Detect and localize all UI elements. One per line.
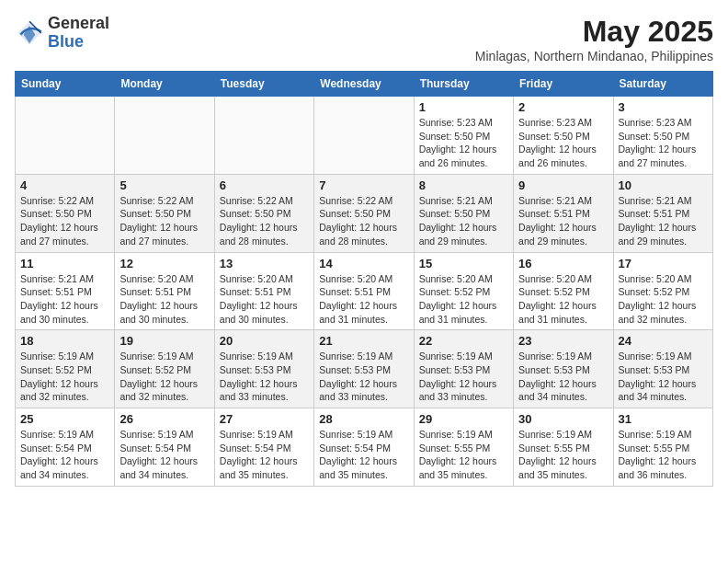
week-row-5: 25Sunrise: 5:19 AM Sunset: 5:54 PM Dayli… (16, 408, 713, 487)
day-detail: Sunrise: 5:19 AM Sunset: 5:53 PM Dayligh… (419, 350, 508, 404)
day-detail: Sunrise: 5:21 AM Sunset: 5:51 PM Dayligh… (518, 194, 608, 248)
day-detail: Sunrise: 5:22 AM Sunset: 5:50 PM Dayligh… (319, 194, 408, 248)
day-number: 31 (619, 412, 708, 426)
day-cell: 14Sunrise: 5:20 AM Sunset: 5:51 PM Dayli… (314, 252, 414, 330)
day-cell: 27Sunrise: 5:19 AM Sunset: 5:54 PM Dayli… (214, 408, 313, 487)
day-number: 23 (518, 334, 608, 348)
day-cell: 31Sunrise: 5:19 AM Sunset: 5:55 PM Dayli… (613, 408, 712, 487)
day-cell: 8Sunrise: 5:21 AM Sunset: 5:50 PM Daylig… (414, 174, 513, 252)
day-number: 17 (619, 257, 708, 270)
day-cell (214, 97, 313, 175)
day-number: 16 (518, 257, 608, 270)
day-number: 10 (619, 178, 708, 192)
day-number: 11 (20, 257, 109, 270)
page-header: General Blue May 2025 Minlagas, Northern… (15, 15, 713, 63)
title-block: May 2025 Minlagas, Northern Mindanao, Ph… (475, 15, 713, 63)
day-detail: Sunrise: 5:21 AM Sunset: 5:51 PM Dayligh… (619, 194, 708, 248)
day-detail: Sunrise: 5:19 AM Sunset: 5:55 PM Dayligh… (419, 428, 508, 482)
day-cell: 3Sunrise: 5:23 AM Sunset: 5:50 PM Daylig… (613, 97, 712, 175)
weekday-header-tuesday: Tuesday (214, 72, 313, 97)
logo-icon (15, 18, 44, 48)
day-detail: Sunrise: 5:19 AM Sunset: 5:54 PM Dayligh… (20, 428, 109, 482)
day-cell (314, 97, 414, 175)
day-detail: Sunrise: 5:23 AM Sunset: 5:50 PM Dayligh… (518, 116, 608, 170)
day-cell: 17Sunrise: 5:20 AM Sunset: 5:52 PM Dayli… (613, 252, 712, 330)
weekday-header-friday: Friday (514, 72, 613, 97)
day-detail: Sunrise: 5:19 AM Sunset: 5:53 PM Dayligh… (619, 350, 708, 404)
day-number: 28 (319, 412, 408, 426)
week-row-2: 4Sunrise: 5:22 AM Sunset: 5:50 PM Daylig… (16, 174, 713, 252)
day-cell: 21Sunrise: 5:19 AM Sunset: 5:53 PM Dayli… (314, 330, 414, 408)
logo-text: General Blue (48, 15, 109, 52)
day-cell: 10Sunrise: 5:21 AM Sunset: 5:51 PM Dayli… (613, 174, 712, 252)
day-detail: Sunrise: 5:20 AM Sunset: 5:52 PM Dayligh… (419, 272, 508, 327)
day-cell: 25Sunrise: 5:19 AM Sunset: 5:54 PM Dayli… (16, 408, 115, 487)
day-cell: 16Sunrise: 5:20 AM Sunset: 5:52 PM Dayli… (514, 252, 613, 330)
day-detail: Sunrise: 5:20 AM Sunset: 5:52 PM Dayligh… (619, 272, 708, 327)
day-detail: Sunrise: 5:21 AM Sunset: 5:51 PM Dayligh… (20, 272, 109, 327)
day-cell: 13Sunrise: 5:20 AM Sunset: 5:51 PM Dayli… (214, 252, 313, 330)
day-cell (115, 97, 214, 175)
day-cell: 28Sunrise: 5:19 AM Sunset: 5:54 PM Dayli… (314, 408, 414, 487)
day-number: 4 (20, 178, 109, 192)
day-cell: 7Sunrise: 5:22 AM Sunset: 5:50 PM Daylig… (314, 174, 414, 252)
day-number: 3 (619, 100, 708, 114)
day-cell: 22Sunrise: 5:19 AM Sunset: 5:53 PM Dayli… (414, 330, 513, 408)
day-cell: 6Sunrise: 5:22 AM Sunset: 5:50 PM Daylig… (214, 174, 313, 252)
day-number: 2 (518, 100, 608, 114)
day-cell: 29Sunrise: 5:19 AM Sunset: 5:55 PM Dayli… (414, 408, 513, 487)
day-number: 20 (220, 334, 309, 348)
weekday-header-thursday: Thursday (414, 72, 513, 97)
weekday-header-row: SundayMondayTuesdayWednesdayThursdayFrid… (16, 72, 713, 97)
day-cell: 24Sunrise: 5:19 AM Sunset: 5:53 PM Dayli… (613, 330, 712, 408)
day-number: 30 (518, 412, 608, 426)
day-detail: Sunrise: 5:19 AM Sunset: 5:54 PM Dayligh… (220, 428, 309, 482)
day-number: 5 (119, 178, 209, 192)
day-cell: 26Sunrise: 5:19 AM Sunset: 5:54 PM Dayli… (115, 408, 214, 487)
day-number: 13 (220, 257, 309, 270)
day-detail: Sunrise: 5:21 AM Sunset: 5:50 PM Dayligh… (419, 194, 508, 248)
day-number: 24 (619, 334, 708, 348)
day-number: 27 (220, 412, 309, 426)
day-number: 12 (119, 257, 209, 270)
day-number: 19 (119, 334, 209, 348)
day-cell (16, 97, 115, 175)
day-cell: 15Sunrise: 5:20 AM Sunset: 5:52 PM Dayli… (414, 252, 513, 330)
week-row-3: 11Sunrise: 5:21 AM Sunset: 5:51 PM Dayli… (16, 252, 713, 330)
day-detail: Sunrise: 5:19 AM Sunset: 5:55 PM Dayligh… (518, 428, 608, 482)
day-detail: Sunrise: 5:19 AM Sunset: 5:54 PM Dayligh… (319, 428, 408, 482)
location: Minlagas, Northern Mindanao, Philippines (475, 49, 713, 63)
day-detail: Sunrise: 5:19 AM Sunset: 5:54 PM Dayligh… (119, 428, 209, 482)
day-number: 22 (419, 334, 508, 348)
calendar: SundayMondayTuesdayWednesdayThursdayFrid… (15, 71, 713, 487)
weekday-header-saturday: Saturday (613, 72, 712, 97)
weekday-header-sunday: Sunday (16, 72, 115, 97)
day-number: 29 (419, 412, 508, 426)
day-number: 26 (119, 412, 209, 426)
day-cell: 12Sunrise: 5:20 AM Sunset: 5:51 PM Dayli… (115, 252, 214, 330)
day-cell: 20Sunrise: 5:19 AM Sunset: 5:53 PM Dayli… (214, 330, 313, 408)
day-cell: 30Sunrise: 5:19 AM Sunset: 5:55 PM Dayli… (514, 408, 613, 487)
day-number: 1 (419, 100, 508, 114)
day-detail: Sunrise: 5:22 AM Sunset: 5:50 PM Dayligh… (119, 194, 209, 248)
day-detail: Sunrise: 5:19 AM Sunset: 5:55 PM Dayligh… (619, 428, 708, 482)
day-number: 21 (319, 334, 408, 348)
day-detail: Sunrise: 5:19 AM Sunset: 5:53 PM Dayligh… (220, 350, 309, 404)
day-number: 15 (419, 257, 508, 270)
day-detail: Sunrise: 5:19 AM Sunset: 5:53 PM Dayligh… (319, 350, 408, 404)
weekday-header-wednesday: Wednesday (314, 72, 414, 97)
day-number: 18 (20, 334, 109, 348)
day-cell: 11Sunrise: 5:21 AM Sunset: 5:51 PM Dayli… (16, 252, 115, 330)
day-number: 14 (319, 257, 408, 270)
week-row-4: 18Sunrise: 5:19 AM Sunset: 5:52 PM Dayli… (16, 330, 713, 408)
day-number: 7 (319, 178, 408, 192)
day-detail: Sunrise: 5:22 AM Sunset: 5:50 PM Dayligh… (20, 194, 109, 248)
day-detail: Sunrise: 5:20 AM Sunset: 5:52 PM Dayligh… (518, 272, 608, 327)
day-detail: Sunrise: 5:20 AM Sunset: 5:51 PM Dayligh… (220, 272, 309, 327)
day-detail: Sunrise: 5:20 AM Sunset: 5:51 PM Dayligh… (119, 272, 209, 327)
day-number: 9 (518, 178, 608, 192)
day-detail: Sunrise: 5:22 AM Sunset: 5:50 PM Dayligh… (220, 194, 309, 248)
day-cell: 1Sunrise: 5:23 AM Sunset: 5:50 PM Daylig… (414, 97, 513, 175)
week-row-1: 1Sunrise: 5:23 AM Sunset: 5:50 PM Daylig… (16, 97, 713, 175)
logo[interactable]: General Blue (15, 15, 109, 52)
